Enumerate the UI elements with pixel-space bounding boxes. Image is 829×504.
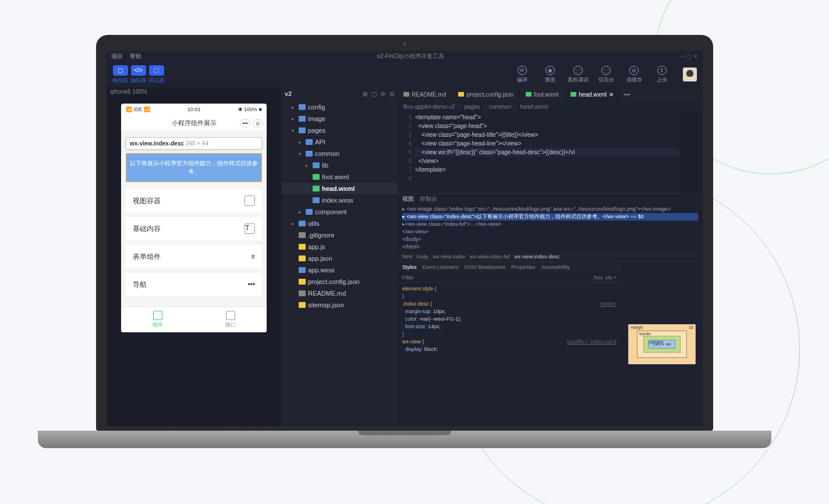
phone-nav: 小程序组件展示 •••⊙ (121, 115, 267, 132)
minimap[interactable] (679, 112, 703, 193)
tree-node[interactable]: .gitignore (281, 229, 398, 241)
action-upload[interactable]: ↥上传 (650, 66, 674, 84)
tabbar-api[interactable]: 接口 (194, 307, 267, 332)
hov-toggle[interactable]: :hov (593, 275, 603, 281)
phone-nav-title: 小程序组件展示 (172, 119, 217, 127)
close-icon[interactable]: ✕ (609, 91, 614, 98)
tree-node[interactable]: ▸config (281, 101, 398, 113)
tree-node[interactable]: app.json (281, 253, 398, 264)
tree-node[interactable]: index.wxss (281, 194, 398, 206)
code-editor[interactable]: 12345678 <template name="head"> <view cl… (398, 112, 703, 193)
text-icon: T (245, 223, 255, 234)
dt-tab-console[interactable]: 控制台 (420, 195, 437, 203)
action-remote[interactable]: ⬚真机调试 (566, 66, 590, 84)
toolbar: ▢模拟器 </>编辑器 ⬚调试器 ⟳编译 ◉预览 ⬚真机调试 ⬚切后台 ⊘清缓存… (107, 62, 703, 87)
laptop-base (38, 431, 771, 448)
filter-input[interactable]: Filter (402, 275, 414, 281)
window-controls[interactable]: — ▢ ✕ (680, 54, 698, 59)
tree-node[interactable]: app.wxss (281, 264, 398, 276)
action-background[interactable]: ⬚切后台 (594, 66, 618, 84)
breadcrumb: fino-applet-demo-v2› pages› common› head… (398, 101, 703, 112)
new-folder-icon[interactable]: ▢ (371, 91, 377, 97)
devtools: 视图 控制台 ▸ <wx-image class="index-logo" sr… (398, 193, 703, 426)
highlighted-view[interactable]: 以下将展示小程序官方组件能力，组件样式仅供参考。 (126, 153, 262, 182)
phone-frame: 📶 IDE 📶 10:01 ✱ 100% ■ 小程序组件展示 •••⊙ wx- (121, 104, 267, 332)
avatar[interactable] (683, 68, 697, 81)
tab-head[interactable]: head.wxml✕ (565, 87, 620, 101)
action-preview[interactable]: ◉预览 (539, 66, 562, 84)
add-rule-icon[interactable]: + (614, 275, 617, 281)
tree-node[interactable]: ▸lib (281, 159, 398, 171)
tabbar-component[interactable]: 组件 (121, 307, 194, 332)
cls-toggle[interactable]: .cls (604, 275, 612, 281)
laptop-frame: 项目 帮助 v2-FinClip小程序开发工具 — ▢ ✕ ▢模拟器 </>编辑… (96, 35, 713, 454)
tree-node[interactable]: ▸API (281, 136, 398, 148)
tree-node[interactable]: README.md (281, 288, 398, 299)
collapse-icon[interactable]: ⊟ (389, 91, 394, 97)
menubar: 项目 帮助 v2-FinClip小程序开发工具 — ▢ ✕ (107, 51, 703, 62)
tree-node[interactable]: project.config.json (281, 276, 398, 288)
capsule-close-icon[interactable]: ⊙ (253, 119, 263, 127)
list-item[interactable]: 视图容器 (126, 189, 262, 212)
list-item[interactable]: 基础内容T (126, 217, 262, 240)
tree-node[interactable]: sitemap.json (281, 299, 398, 311)
inspect-tooltip: wx-view.index-desc 240 × 44 (126, 137, 262, 150)
styles-panel: Styles Event Listeners DOM Breakpoints P… (398, 262, 621, 426)
tree-node[interactable]: ▸utils (281, 218, 398, 229)
action-compile[interactable]: ⟳编译 (511, 66, 534, 84)
tab-overflow[interactable]: ••• (620, 87, 634, 101)
dt-tab-wxml[interactable]: 视图 (402, 195, 414, 203)
list-item[interactable]: 表单组件≡ (126, 245, 262, 268)
explorer-root: v2 (285, 90, 292, 97)
new-file-icon[interactable]: ⊞ (363, 91, 367, 97)
refresh-icon[interactable]: ⟳ (381, 91, 385, 97)
sp-tab-dom[interactable]: DOM Breakpoints (465, 264, 506, 270)
sp-tab-styles[interactable]: Styles (402, 264, 417, 270)
tab-foot[interactable]: foot.wxml (520, 87, 565, 101)
tree-node[interactable]: app.js (281, 241, 398, 253)
tab-readme[interactable]: README.md (398, 87, 452, 101)
window-title: v2-FinClip小程序开发工具 (148, 52, 673, 61)
menu-icon: ≡ (251, 253, 255, 261)
menu-help[interactable]: 帮助 (130, 52, 141, 61)
file-explorer: v2 ⊞ ▢ ⟳ ⊟ ▸config ▸image ▾pages ▸API (281, 87, 398, 426)
tree-node[interactable]: foot.wxml (281, 171, 398, 183)
css-rules[interactable]: element.style { } .index-desc {<style> m… (398, 283, 621, 426)
phone-statusbar: 📶 IDE 📶 10:01 ✱ 100% ■ (121, 104, 267, 115)
tree-node[interactable]: ▾pages (281, 125, 398, 136)
tree-node[interactable]: head.wxml (281, 183, 398, 194)
capsule-menu-icon[interactable]: ••• (240, 119, 250, 127)
tab-projcfg[interactable]: project.config.json (452, 87, 520, 101)
action-cache[interactable]: ⊘清缓存 (622, 66, 646, 84)
simulator-panel: iphone6 100% 📶 IDE 📶 10:01 ✱ 100% ■ 小程序组… (107, 87, 281, 426)
camera-dot (403, 42, 406, 45)
tree-node[interactable]: ▸image (281, 113, 398, 125)
sp-tab-props[interactable]: Properties (512, 264, 536, 270)
dom-tree[interactable]: ▸ <wx-image class="index-logo" src="../r… (398, 204, 703, 252)
editor-tabs: README.md project.config.json foot.wxml … (398, 87, 703, 101)
gutter: 12345678 (398, 112, 415, 193)
tree-node[interactable]: ▸component (281, 206, 398, 218)
tree-node[interactable]: ▾common (281, 148, 398, 159)
sim-device-label[interactable]: iphone6 100% (107, 87, 281, 98)
sp-tab-events[interactable]: Event Listeners (423, 264, 459, 270)
dom-breadcrumb: html body wx-view.index wx-view.index-hd… (398, 252, 703, 261)
more-icon: ••• (247, 281, 255, 289)
mode-simulator[interactable]: ▢模拟器 (112, 65, 128, 84)
box-model: margin 10 border padding 240 × 44 (621, 262, 703, 426)
list-item[interactable]: 导航••• (126, 273, 262, 296)
menu-project[interactable]: 项目 (111, 52, 123, 61)
mode-editor[interactable]: </>编辑器 (130, 65, 146, 84)
sp-tab-a11y[interactable]: Accessibility (541, 264, 570, 270)
mode-debugger[interactable]: ⬚调试器 (148, 65, 164, 84)
card-icon (245, 196, 255, 206)
